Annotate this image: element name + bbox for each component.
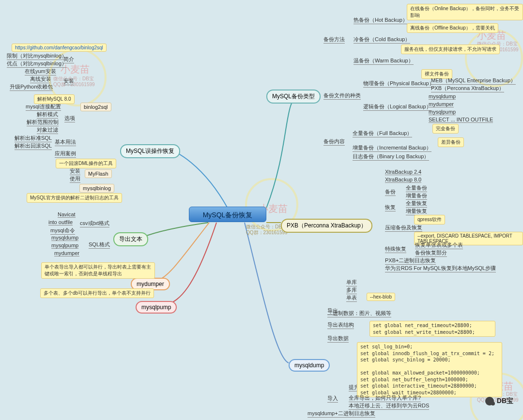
node-intro1[interactable]: 限制（对比mysqlbinlog） <box>7 52 67 60</box>
node-pxb-restore[interactable]: 恢复 <box>385 204 396 211</box>
node-xb24[interactable]: XtraBackup 2.4 <box>385 169 421 175</box>
node-file-kind[interactable]: 备份文件的种类 <box>323 92 361 100</box>
node-dump-struct[interactable]: 导出表结构 <box>327 321 354 329</box>
branch-mysqlpump[interactable]: mysqlpump <box>136 301 177 314</box>
branch-backup-types[interactable]: MySQL备份类型 <box>266 90 321 104</box>
node-dump-import[interactable]: 导入 <box>327 395 338 403</box>
node-install[interactable]: 安装 <box>63 77 74 85</box>
node-sql1[interactable]: mysqldump <box>51 235 78 241</box>
node-dump-e3[interactable]: 单表 <box>346 294 357 302</box>
node-dump-data[interactable]: 导出数据 <box>327 335 349 343</box>
note-qpress: qpress软件 <box>414 215 445 225</box>
note-mysqlpump: 多个表、多个db可以并行导出，单个表不支持并行 <box>40 288 154 298</box>
node-l2[interactable]: mydumper <box>429 101 454 107</box>
branch-pxb[interactable]: PXB（Perconna XtraBackup） <box>281 219 372 233</box>
node-pxb-b2[interactable]: 增量备份 <box>406 192 427 200</box>
node-csv1[interactable]: Navicat <box>58 211 76 218</box>
node-l4[interactable]: SELECT ... INTO OUTFILE <box>429 117 493 123</box>
node-csv2[interactable]: into outfile <box>48 219 73 225</box>
node-options[interactable]: 选项 <box>64 115 75 122</box>
node-intro2[interactable]: 优点（对比mysqlbinlog） <box>7 60 67 68</box>
branch-export-text[interactable]: 导出文本 <box>113 232 148 246</box>
node-binlog2sql[interactable]: binlog2sql <box>80 103 111 111</box>
node-dump-e1[interactable]: 单库 <box>346 279 357 286</box>
note-dump-data: set global net_read_timeout=28800; set g… <box>369 321 495 337</box>
node-cold-backup[interactable]: 冷备份（Cold Backup） <box>354 36 410 44</box>
node-pxb-r2[interactable]: 增量恢复 <box>406 208 427 215</box>
node-basic1[interactable]: 解析出标准SQL <box>15 135 52 142</box>
node-full[interactable]: 全量备份（Full Backup） <box>353 130 412 137</box>
node-dump-i2[interactable]: 本地迁移上云、迁移到华为云RDS <box>349 402 429 410</box>
branch-mysqldump[interactable]: mysqldump <box>289 359 330 372</box>
node-meb[interactable]: MEB（MySQL Enterprise Backup） <box>431 77 516 85</box>
node-sqlf[interactable]: SQL格式 <box>89 241 110 249</box>
node-basic2[interactable]: 解析出回滚SQL <box>15 142 52 150</box>
node-logical[interactable]: 逻辑备份（Logical Backup） <box>363 103 431 111</box>
node-cases[interactable]: 应用案例 <box>55 150 76 158</box>
note-inst4: 解析MySQL 8.0 <box>34 94 75 104</box>
node-incremental[interactable]: 增量备份（Incremental Backup） <box>353 144 431 152</box>
node-basic[interactable]: 基本用法 <box>55 138 76 146</box>
node-opt4[interactable]: 对象过滤 <box>37 126 58 134</box>
node-pxb-huawei[interactable]: 华为云RDS For MySQL恢复到本地MySQL步骤 <box>385 265 496 272</box>
node-backup-content[interactable]: 备份内容 <box>323 138 345 146</box>
note-hexblob: --hex-blob <box>367 293 395 301</box>
node-xb80[interactable]: XtraBackup 8.0 <box>385 177 421 183</box>
chat-icon <box>485 397 494 405</box>
note-warm: 服务在线，但仅支持读请求，不允许写请求 <box>401 45 500 54</box>
note-mydumper: 单个表导出导入都可以并行，导出时表上需要有主键或唯一索引，否则也是单线程导出 <box>41 262 155 279</box>
node-mf2[interactable]: 使用 <box>70 175 80 183</box>
node-pxb-special[interactable]: 特殊恢复 <box>385 245 406 253</box>
node-pxb-compress[interactable]: 压缩备份及恢复 <box>385 224 422 232</box>
node-pxb-binlog[interactable]: PXB+二进制日志恢复 <box>385 257 436 265</box>
node-backup-method[interactable]: 备份方法 <box>323 36 345 44</box>
db-treasure-logo: DB宝 <box>485 397 513 405</box>
node-l1[interactable]: mysqldump <box>429 93 456 100</box>
note-url[interactable]: https://github.com/danfengcao/binlog2sql <box>12 44 107 52</box>
node-opt2[interactable]: 解析模式 <box>37 111 58 119</box>
node-sql3[interactable]: mydumper <box>54 250 79 256</box>
node-pxb-backup[interactable]: 备份 <box>385 188 396 196</box>
node-mf1[interactable]: 安装 <box>70 167 80 175</box>
node-dump-combo[interactable]: mysqldump+二进制日志恢复 <box>308 410 375 418</box>
node-warm-backup[interactable]: 温备份（Warm Backup） <box>354 57 414 65</box>
node-pxb-s2[interactable]: 备份恢复部分 <box>415 249 447 257</box>
note-myflash: 一个回滚DML操作的工具 <box>56 159 116 168</box>
node-hot-backup[interactable]: 热备份（Hot Backup） <box>354 16 408 24</box>
node-dump-i1[interactable]: 全库导出，如何只导入单个库? <box>349 394 421 402</box>
node-myflash[interactable]: MyFlash <box>85 169 112 178</box>
note-diff: 差异备份 <box>438 137 464 147</box>
node-dump-bin[interactable]: 二进制数据：图片、视频等 <box>327 310 391 317</box>
root-sub2: QQ群：230161599 <box>246 229 288 236</box>
node-dump-e2[interactable]: 多库 <box>346 286 357 294</box>
note-mysqlbinlog: MySQL官方提供的解析二进制日志的工具 <box>27 193 122 203</box>
node-csv[interactable]: csv或txt格式 <box>80 220 109 227</box>
note-hot: 在线备份（Online Backup），备份同时，业务不受影响 <box>407 4 523 20</box>
node-inst3[interactable]: 升级Python依赖包 <box>10 83 53 91</box>
node-csv3[interactable]: mysql命令 <box>50 227 75 235</box>
node-mysqlbinlog[interactable]: mysqlbinlog <box>79 184 114 193</box>
node-pxb-r1[interactable]: 全量恢复 <box>406 200 427 208</box>
node-pxb-s1[interactable]: 恢复单张表或多个表 <box>415 241 463 249</box>
node-sql2[interactable]: mysqlpump <box>51 242 78 249</box>
root-node[interactable]: MySQL备份恢复 <box>189 207 266 222</box>
node-opt1[interactable]: mysql连接配置 <box>26 103 61 111</box>
node-opt3[interactable]: 解析范围控制 <box>27 119 59 126</box>
node-physical[interactable]: 物理备份（Physical Backup） <box>363 80 434 88</box>
branch-misop[interactable]: MySQL误操作恢复 <box>120 144 180 158</box>
node-inst1[interactable]: 在线yum安装 <box>25 68 56 75</box>
node-pxb-b1[interactable]: 全量备份 <box>406 184 427 192</box>
note-dump-speed: set sql_log_bin=0; set global innodb_flu… <box>357 342 502 397</box>
node-binlog-backup[interactable]: 日志备份（Binary Log Backup） <box>353 153 429 161</box>
node-l3[interactable]: mysqlpump <box>429 109 456 115</box>
note-fullonly: 完全备份 <box>432 124 459 134</box>
note-cold: 离线备份（Offline Backup），需要关机 <box>407 23 498 33</box>
node-inst2[interactable]: 离线安装 <box>30 75 51 83</box>
node-pxb-phys[interactable]: PXB（Perconna XtraBackup） <box>431 85 504 92</box>
